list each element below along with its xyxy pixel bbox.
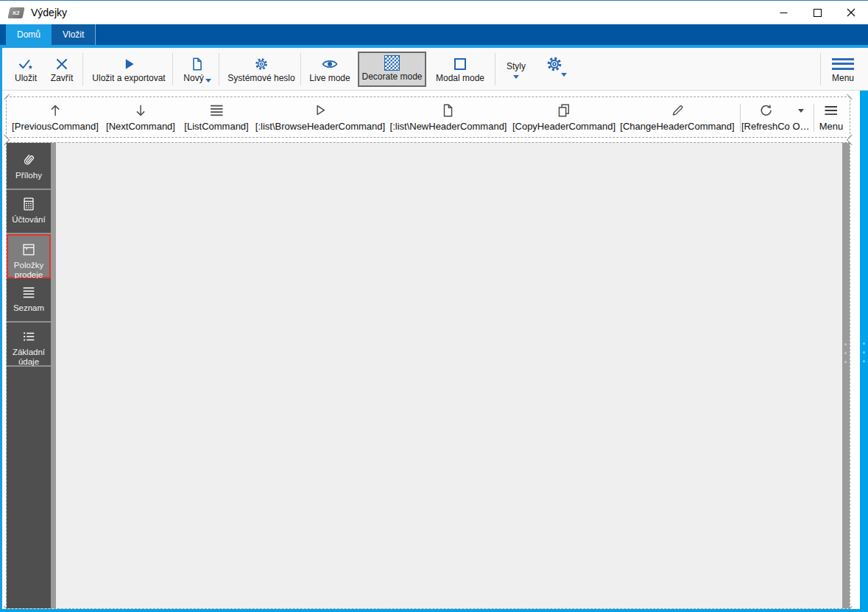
designer-bottom-edge[interactable]	[0, 609, 868, 612]
new-dropdown-caret-icon	[205, 79, 211, 82]
right-splitter[interactable]	[842, 143, 850, 608]
settings-dropdown-button[interactable]	[536, 52, 573, 87]
copy-icon	[556, 102, 572, 119]
sidebar-item-zakladni-udaje[interactable]: Základní údaje	[7, 323, 51, 367]
list-lines-icon	[21, 284, 37, 300]
new-header-command-button[interactable]: [:list\NewHeaderCommand]	[390, 102, 507, 132]
menu-hamburger-icon	[832, 54, 854, 73]
tab-vlozit[interactable]: Vložit	[52, 24, 96, 45]
save-export-button[interactable]: Uložit a exportovat	[88, 52, 170, 87]
checker-pattern-icon	[384, 54, 400, 71]
form-content-canvas[interactable]	[56, 143, 842, 608]
live-mode-button[interactable]: Live mode	[303, 52, 356, 87]
command-menu-button[interactable]: Menu	[819, 102, 844, 132]
next-command-button[interactable]: [NextCommand]	[106, 102, 175, 132]
designer-right-edge[interactable]	[860, 91, 868, 612]
arrow-down-icon	[133, 102, 149, 119]
settings-dropdown-caret-icon	[561, 73, 567, 77]
ribbon-separator	[172, 53, 173, 85]
minimize-button[interactable]	[766, 1, 800, 24]
new-document-icon	[189, 54, 205, 73]
command-toolbar-separator	[814, 104, 814, 132]
styles-button[interactable]: Styly	[499, 52, 533, 87]
save-label: Uložit	[15, 73, 37, 83]
app-window: K2 Výdejky Domů Vložit	[0, 0, 868, 612]
styles-dropdown-caret-icon	[513, 75, 519, 79]
close-label: Zavřít	[51, 73, 74, 83]
modal-mode-label: Modal mode	[436, 73, 484, 83]
list-dots-icon	[21, 328, 37, 345]
sidebar-item-seznam[interactable]: Seznam	[7, 278, 51, 323]
overflow-caret-icon	[798, 102, 804, 119]
sidebar-item-uctovani[interactable]: Účtování	[7, 190, 51, 234]
list-lines-icon	[208, 102, 225, 119]
close-x-icon	[54, 54, 69, 73]
ribbon-separator	[300, 53, 301, 85]
browse-header-command-button[interactable]: [:list\BrowseHeaderCommand]	[255, 102, 385, 132]
arrow-up-icon	[47, 102, 63, 119]
paperclip-icon	[21, 152, 37, 168]
calculator-icon	[21, 196, 37, 212]
splitter-grip-icon	[844, 343, 847, 363]
system-password-label: Systémové heslo	[227, 73, 294, 83]
sidebar-item-label: Přílohy	[15, 171, 43, 180]
gear-small-icon	[253, 54, 269, 73]
maximize-button[interactable]	[800, 1, 834, 24]
change-header-command-button[interactable]: [ChangeHeaderCommand]	[620, 102, 734, 132]
ribbon-separator	[820, 53, 821, 85]
window-controls	[766, 1, 868, 24]
sidebar-item-label: Účtování	[11, 215, 46, 225]
edge-grip-icon	[863, 342, 865, 362]
previous-command-label: [PreviousCommand]	[12, 121, 99, 132]
sidebar-item-label: Položky prodeje	[8, 261, 49, 280]
ribbon-separator	[495, 53, 495, 85]
refresh-command-label: [RefreshCo	[741, 121, 790, 132]
play-outline-icon	[312, 102, 328, 119]
minimize-icon	[780, 9, 788, 17]
ribbon-separator	[219, 53, 219, 85]
system-password-button[interactable]: Systémové heslo	[223, 52, 300, 87]
list-command-label: [ListCommand]	[184, 121, 248, 132]
previous-command-button[interactable]: [PreviousCommand]	[12, 102, 99, 132]
refresh-command-button[interactable]: [RefreshCo	[741, 102, 790, 132]
change-header-command-label: [ChangeHeaderCommand]	[620, 121, 734, 132]
sidebar-item-polozky-prodeje[interactable]: Položky prodeje	[7, 234, 51, 278]
app-icon: K2	[7, 7, 24, 18]
modal-mode-button[interactable]: Modal mode	[428, 52, 493, 87]
close-form-button[interactable]: Zavřít	[45, 52, 79, 87]
menu-hamburger-dark-icon	[822, 102, 840, 119]
sidebar-item-prilohy[interactable]: Přílohy	[7, 146, 51, 190]
ribbon-menu-label: Menu	[832, 73, 854, 83]
designer-left-edge	[0, 45, 2, 612]
sidebar-splitter[interactable]	[51, 143, 56, 608]
save-button[interactable]: Uložit	[9, 52, 43, 87]
new-label: Nový	[183, 73, 203, 83]
copy-header-command-button[interactable]: [CopyHeaderCommand]	[512, 102, 615, 132]
sidebar-nav: Přílohy Účtování	[7, 143, 51, 608]
decorate-mode-label: Decorate mode	[361, 71, 422, 82]
overflow-dropdown-button[interactable]: O…	[791, 102, 811, 132]
gear-large-icon	[545, 54, 564, 73]
square-outline-icon	[454, 54, 466, 73]
maximize-icon	[814, 9, 822, 17]
sidebar-item-label: Základní údaje	[7, 348, 51, 367]
new-button[interactable]: Nový	[177, 52, 218, 87]
list-command-button[interactable]: [ListCommand]	[184, 102, 248, 132]
command-toolbar: [PreviousCommand] [NextCommand] [ListCom…	[6, 96, 850, 138]
window-title: Výdejky	[31, 7, 67, 18]
sidebar-item-label: Seznam	[13, 303, 45, 313]
live-mode-label: Live mode	[309, 73, 350, 83]
ribbon-tabbar: Domů Vložit	[0, 24, 868, 45]
form-main-region: Přílohy Účtování	[6, 142, 850, 609]
copy-header-command-label: [CopyHeaderCommand]	[512, 121, 615, 132]
browse-header-command-label: [:list\BrowseHeaderCommand]	[255, 121, 385, 132]
save-check-icon	[17, 54, 35, 73]
close-button[interactable]	[834, 1, 868, 24]
command-toolbar-separator	[740, 104, 741, 132]
ribbon-toolbar: Uložit Zavřít Uložit a exportovat	[0, 48, 868, 91]
tab-domu[interactable]: Domů	[6, 24, 52, 45]
next-command-label: [NextCommand]	[106, 121, 175, 132]
decorate-mode-button[interactable]: Decorate mode	[358, 52, 426, 87]
ribbon-menu-button[interactable]: Menu	[825, 52, 861, 87]
document-outline-icon	[440, 102, 456, 119]
